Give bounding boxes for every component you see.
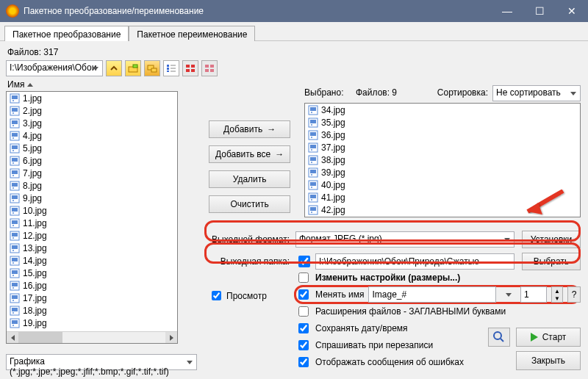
chevron-down-icon[interactable]: [184, 354, 196, 370]
file-filter-dropdown[interactable]: Графика (*.jpg;*.jpe;*.jpeg;*.jfif;*.bmp…: [6, 354, 197, 370]
uppercase-ext-checkbox[interactable]: [298, 306, 309, 317]
list-item[interactable]: 41.jpg: [305, 191, 580, 203]
list-item[interactable]: 11.jpg: [7, 217, 177, 229]
list-item[interactable]: 9.jpg: [7, 192, 177, 204]
chevron-down-icon[interactable]: [501, 231, 513, 248]
list-item[interactable]: 2.jpg: [7, 104, 177, 117]
preview-checkbox[interactable]: [212, 291, 221, 300]
svg-rect-19: [12, 95, 18, 99]
list-item[interactable]: 14.jpg: [7, 254, 177, 267]
svg-point-77: [311, 112, 312, 113]
list-item[interactable]: 5.jpg: [7, 142, 177, 154]
list-item[interactable]: 37.jpg: [305, 141, 580, 154]
list-item[interactable]: 17.jpg: [7, 292, 177, 304]
list-item[interactable]: 1.jpg: [7, 92, 177, 104]
svg-rect-14: [205, 65, 209, 68]
list-item[interactable]: 8.jpg: [7, 179, 177, 192]
close-window-button[interactable]: ✕: [556, 0, 588, 22]
list-item[interactable]: 6.jpg: [7, 154, 177, 167]
list-item[interactable]: 12.jpg: [7, 229, 177, 242]
rename-checkbox[interactable]: [298, 289, 309, 300]
spinner-up-icon[interactable]: ▲: [552, 287, 562, 295]
filter-row: Графика (*.jpg;*.jpe;*.jpeg;*.jfif;*.bmp…: [6, 354, 197, 370]
minimize-button[interactable]: —: [491, 0, 523, 22]
action-bar: Старт: [488, 328, 581, 347]
up-folder-icon[interactable]: [106, 60, 122, 76]
list-item[interactable]: 35.jpg: [305, 116, 580, 129]
new-folder-icon[interactable]: [125, 60, 141, 76]
scroll-left-button[interactable]: [7, 332, 18, 343]
preview-magnify-button[interactable]: [488, 328, 510, 347]
list-item[interactable]: 19.jpg: [7, 317, 177, 329]
list-item[interactable]: 16.jpg: [7, 279, 177, 292]
remove-button[interactable]: Удалить: [209, 170, 290, 188]
output-format-row: Выходной формат: Формат JPEG (*.jpg) Уст…: [206, 229, 581, 250]
list-item[interactable]: 13.jpg: [7, 242, 177, 254]
ask-overwrite-checkbox[interactable]: [298, 340, 309, 350]
app-icon: [6, 4, 19, 18]
chevron-down-icon[interactable]: [503, 286, 514, 303]
list-item[interactable]: 18.jpg: [7, 304, 177, 317]
list-item[interactable]: 39.jpg: [305, 166, 580, 178]
spinner-down-icon[interactable]: ▼: [552, 295, 562, 302]
view-list-icon[interactable]: [201, 60, 218, 76]
svg-point-83: [311, 137, 312, 138]
sort-combo-wrap: Не сортировать: [492, 85, 581, 101]
show-errors-checkbox[interactable]: [298, 357, 309, 367]
selected-file-list[interactable]: 34.jpg35.jpg36.jpg37.jpg38.jpg39.jpg40.j…: [304, 103, 581, 217]
maximize-button[interactable]: ☐: [523, 0, 556, 22]
list-item[interactable]: 36.jpg: [305, 129, 580, 141]
number-spinner[interactable]: ▲▼: [551, 286, 563, 303]
svg-rect-67: [12, 295, 18, 299]
add-button[interactable]: Добавить: [209, 120, 290, 138]
output-format-dropdown[interactable]: Формат JPEG (*.jpg): [295, 231, 514, 248]
svg-rect-97: [310, 195, 316, 198]
list-item[interactable]: 42.jpg: [305, 203, 580, 216]
list-item[interactable]: 40.jpg: [305, 178, 580, 191]
change-settings-label: Изменить настройки (размеры...): [315, 272, 460, 283]
chevron-down-icon[interactable]: [90, 60, 101, 76]
image-file-icon: [308, 192, 318, 203]
rename-pattern-input[interactable]: [368, 286, 496, 303]
list-item[interactable]: 34.jpg: [305, 104, 580, 116]
start-button[interactable]: Старт: [516, 328, 581, 347]
list-item[interactable]: 7.jpg: [7, 167, 177, 179]
image-file-icon: [10, 181, 20, 191]
path-input[interactable]: I:\Изображения\Обои: [6, 60, 103, 76]
options-button[interactable]: Установки: [522, 231, 581, 248]
rename-start-number[interactable]: [520, 286, 547, 303]
svg-rect-31: [12, 145, 18, 149]
help-button[interactable]: ?: [567, 286, 581, 303]
browse-button[interactable]: Выбрать: [522, 253, 581, 270]
scroll-right-button[interactable]: [165, 332, 177, 343]
chevron-down-icon[interactable]: [567, 85, 579, 101]
list-item[interactable]: 10.jpg: [7, 204, 177, 217]
file-name: 5.jpg: [23, 143, 42, 154]
source-file-list[interactable]: 1.jpg2.jpg3.jpg4.jpg5.jpg6.jpg7.jpg8.jpg…: [6, 91, 178, 344]
svg-point-56: [12, 250, 14, 251]
list-item[interactable]: 15.jpg: [7, 267, 177, 279]
add-all-button[interactable]: Добавить все: [209, 145, 290, 163]
image-file-icon: [10, 268, 20, 278]
tab-batch-rename[interactable]: Пакетное переименование: [129, 26, 255, 41]
file-name: 12.jpg: [23, 231, 47, 241]
list-item[interactable]: 4.jpg: [7, 129, 177, 142]
svg-point-29: [12, 137, 14, 139]
svg-rect-76: [310, 107, 316, 111]
keep-date-checkbox[interactable]: [298, 323, 309, 333]
close-button[interactable]: Закрыть: [516, 351, 581, 370]
view-thumb-icon[interactable]: [182, 60, 198, 76]
svg-rect-85: [310, 145, 316, 148]
tab-batch-convert[interactable]: Пакетное преобразование: [4, 26, 129, 41]
clear-button[interactable]: Очистить: [209, 195, 290, 213]
list-item[interactable]: 3.jpg: [7, 117, 177, 129]
file-name: 11.jpg: [23, 218, 47, 228]
output-folder-input[interactable]: [315, 253, 514, 270]
use-output-folder-checkbox[interactable]: [298, 256, 310, 267]
file-name: 35.jpg: [321, 118, 345, 128]
h-scrollbar[interactable]: [7, 331, 177, 343]
view-details-icon[interactable]: [163, 60, 179, 76]
list-item[interactable]: 38.jpg: [305, 154, 580, 166]
folder-tree-icon[interactable]: [144, 60, 160, 76]
change-settings-checkbox[interactable]: [298, 272, 309, 283]
